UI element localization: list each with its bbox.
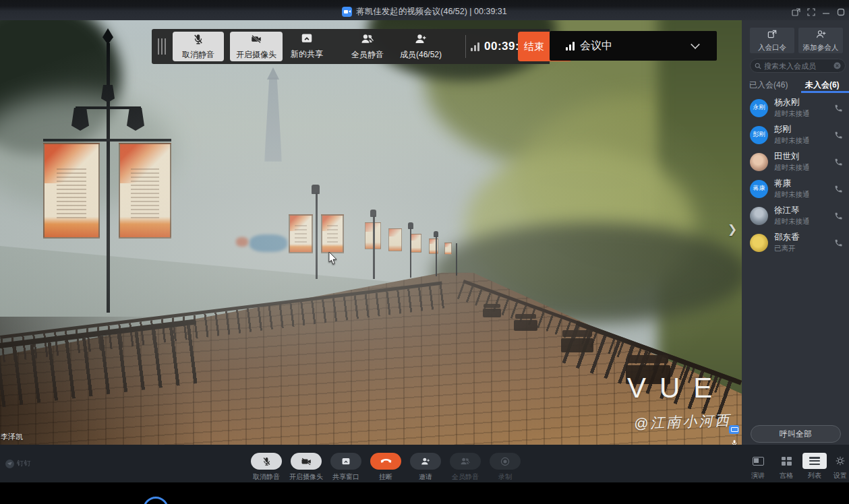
share-screen-icon xyxy=(301,33,313,46)
search-icon xyxy=(755,63,761,69)
camera-pill[interactable]: 开启摄像头 xyxy=(291,453,322,482)
hangup-icon[interactable] xyxy=(370,453,401,470)
invite-icon[interactable] xyxy=(410,453,441,470)
member-status: 超时未接通 xyxy=(774,136,810,146)
minimize-icon[interactable] xyxy=(822,8,830,16)
mute-all-icon xyxy=(450,453,481,470)
avatar: 彭刚 xyxy=(750,126,768,144)
video-watermark-vue: VUE xyxy=(627,372,742,404)
popout-icon[interactable] xyxy=(792,8,800,16)
view-switcher: 演讲宫格列表设置 xyxy=(746,453,848,480)
pill-label: 开启摄像头 xyxy=(289,472,323,482)
member-name: 徐江琴 xyxy=(774,205,810,216)
meeting-status-panel[interactable]: 会议中 xyxy=(550,31,717,61)
grid-view-button[interactable]: 宫格 xyxy=(774,453,798,480)
add-participant-button[interactable]: 添加参会人 xyxy=(798,28,843,53)
camera-label: 开启摄像头 xyxy=(236,49,276,61)
avatar: 永刚 xyxy=(750,99,768,117)
dingtalk-watermark: 钉钉 xyxy=(5,459,31,468)
mute-all-pill: 全员静音 xyxy=(450,453,481,482)
mute-all-button[interactable]: 全员静音 xyxy=(351,32,384,61)
mini-mic-icon xyxy=(732,437,737,444)
floating-toolbar: 取消静音 开启摄像头 新的共享 全员静音 成员(46/52) 00:39:45 … xyxy=(152,29,550,64)
meeting-status-label: 会议中 xyxy=(580,39,612,53)
screen-share-icon[interactable] xyxy=(729,425,739,434)
call-member-button[interactable] xyxy=(834,211,843,223)
member-name: 蒋康 xyxy=(774,178,810,189)
toolbar-drag-handle[interactable] xyxy=(158,38,167,55)
fullscreen-icon[interactable] xyxy=(807,8,815,16)
call-member-button[interactable] xyxy=(834,238,843,250)
pill-label: 邀请 xyxy=(419,472,432,482)
pill-label: 全员静音 xyxy=(452,472,479,482)
gear-icon[interactable] xyxy=(828,453,849,469)
cam-off-icon[interactable] xyxy=(291,453,322,470)
call-member-button[interactable] xyxy=(834,103,843,115)
signal-bars-icon xyxy=(566,42,575,51)
video-watermark-subtitle: @江南小河西 xyxy=(634,410,742,433)
member-list: 永刚杨永刚超时未接通彭刚彭刚超时未接通田世刘超时未接通蒋康蒋康超时未接通徐江琴超… xyxy=(742,94,849,423)
mic-off-icon[interactable] xyxy=(251,453,282,470)
member-tabs: 已入会(46)未入会(6) xyxy=(742,75,849,93)
unmute-pill[interactable]: 取消静音 xyxy=(251,453,282,482)
member-status: 超时未接通 xyxy=(774,190,810,199)
unmute-button[interactable]: 取消静音 xyxy=(173,32,224,61)
invite-pill[interactable]: 邀请 xyxy=(410,453,441,482)
pill-label: 录制 xyxy=(498,472,512,482)
share-icon[interactable] xyxy=(330,453,361,470)
meeting-camera-icon xyxy=(342,7,352,17)
call-controls: 取消静音开启摄像头共享窗口挂断邀请全员静音录制 xyxy=(251,453,534,482)
call-member-button[interactable] xyxy=(834,184,843,196)
search-box[interactable] xyxy=(750,59,846,73)
pill-label: 取消静音 xyxy=(253,472,280,482)
call-member-button[interactable] xyxy=(834,157,843,169)
desktop-background xyxy=(0,482,849,504)
member-name: 邵东香 xyxy=(774,232,800,243)
member-name: 田世刘 xyxy=(774,151,810,162)
avatar xyxy=(750,234,768,252)
unmute-label: 取消静音 xyxy=(182,49,214,61)
tab-joined[interactable]: 已入会(46) xyxy=(742,75,796,93)
settings-button[interactable]: 设置 xyxy=(832,453,848,480)
avatar: 蒋康 xyxy=(750,180,768,198)
app-window: 蒋凯佳发起的视频会议(46/52) | 00:39:31 xyxy=(0,0,849,504)
sidebar-collapse-chevron[interactable]: ❯ xyxy=(728,222,737,237)
dingtalk-logo-icon xyxy=(5,460,14,468)
join-code-button[interactable]: 入会口令 xyxy=(750,28,794,53)
share-window-pill[interactable]: 共享窗口 xyxy=(330,453,361,482)
users-mute-icon xyxy=(361,33,374,47)
window-title: 蒋凯佳发起的视频会议(46/52) | 00:39:31 xyxy=(342,6,506,20)
signal-bars-icon xyxy=(471,42,479,51)
member-status: 超时未接通 xyxy=(774,109,810,119)
person-add-icon xyxy=(816,29,826,41)
search-input[interactable] xyxy=(764,62,833,70)
avatar xyxy=(750,153,768,171)
speaker-view-button[interactable]: 演讲 xyxy=(746,453,770,480)
external-link-icon xyxy=(767,29,777,41)
member-row: 蒋康蒋康超时未接通 xyxy=(742,175,849,202)
list-view-button[interactable]: 列表 xyxy=(802,453,827,480)
record-icon xyxy=(490,453,521,470)
maximize-icon[interactable] xyxy=(837,8,845,16)
call-all-button[interactable]: 呼叫全部 xyxy=(751,425,841,443)
person-add-icon xyxy=(415,33,427,47)
pill-label: 挂断 xyxy=(379,472,392,482)
mic-off-icon xyxy=(192,33,204,48)
member-row: 邵东香已离开 xyxy=(742,229,849,256)
chevron-down-icon[interactable] xyxy=(691,40,700,49)
clear-search-icon[interactable] xyxy=(833,62,841,69)
participant-name-tag: 李泽凯 xyxy=(1,432,23,442)
member-sidebar: 入会口令 添加参会人 已入会(46)未入会(6) 永刚杨永刚超时未接通彭刚彭刚超… xyxy=(742,20,849,445)
call-member-button[interactable] xyxy=(834,130,843,142)
member-row: 田世刘超时未接通 xyxy=(742,148,849,175)
member-status: 超时未接通 xyxy=(774,163,810,172)
tab-not-joined[interactable]: 未入会(6) xyxy=(796,75,849,93)
title-bar: 蒋凯佳发起的视频会议(46/52) | 00:39:31 xyxy=(0,0,849,20)
hangup-pill[interactable]: 挂断 xyxy=(370,453,401,482)
camera-on-button[interactable]: 开启摄像头 xyxy=(230,32,283,61)
member-name: 杨永刚 xyxy=(774,97,810,108)
members-button[interactable]: 成员(46/52) xyxy=(400,32,442,61)
member-row: 彭刚彭刚超时未接通 xyxy=(742,121,849,148)
new-share-button[interactable]: 新的共享 xyxy=(291,32,323,61)
member-name: 彭刚 xyxy=(774,124,810,135)
